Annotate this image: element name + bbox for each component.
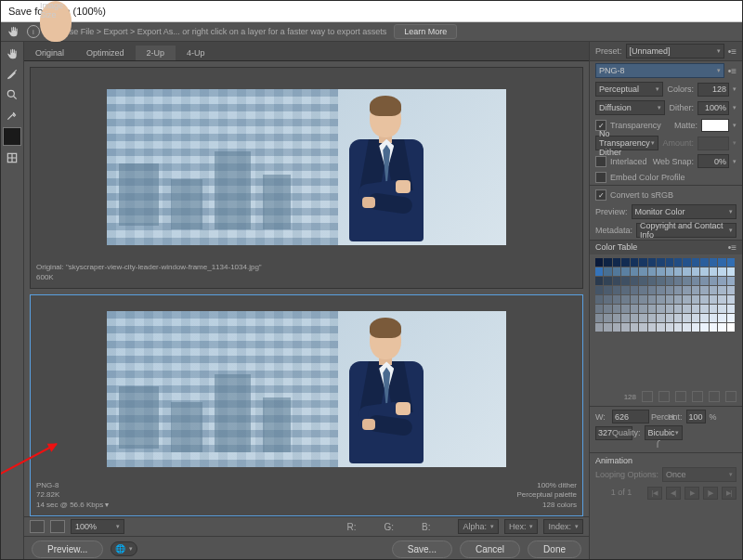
- color-swatch[interactable]: [692, 314, 699, 322]
- ct-lock-icon[interactable]: [692, 391, 703, 402]
- color-swatch[interactable]: [639, 314, 646, 322]
- embed-profile-checkbox[interactable]: [595, 172, 606, 183]
- color-swatch[interactable]: [657, 314, 664, 322]
- metadata-dropdown[interactable]: Copyright and Contact Info▾: [636, 223, 736, 238]
- color-swatch[interactable]: [683, 267, 690, 276]
- color-swatch[interactable]: [718, 267, 725, 276]
- color-swatch[interactable]: [648, 323, 656, 332]
- color-swatch[interactable]: [666, 267, 673, 276]
- alpha-dropdown[interactable]: Alpha:▾: [458, 519, 499, 534]
- color-swatch[interactable]: [613, 277, 620, 285]
- color-swatch[interactable]: [666, 314, 673, 322]
- color-swatch[interactable]: [657, 295, 664, 304]
- color-swatch[interactable]: [692, 267, 699, 276]
- color-swatch[interactable]: [710, 277, 717, 285]
- color-swatch[interactable]: [727, 323, 735, 332]
- color-swatch[interactable]: [639, 277, 646, 285]
- index-dropdown[interactable]: Index:▾: [543, 519, 583, 534]
- color-swatch[interactable]: [657, 305, 664, 313]
- slice-tool-icon[interactable]: [4, 66, 20, 83]
- hand-tool-icon[interactable]: [4, 46, 20, 62]
- preview-button[interactable]: Preview...: [32, 540, 103, 558]
- save-button[interactable]: Save...: [392, 540, 452, 558]
- tab-2up[interactable]: 2-Up: [136, 46, 176, 60]
- color-swatch[interactable]: [613, 305, 620, 313]
- color-swatch[interactable]: [639, 295, 646, 304]
- color-swatch[interactable]: [692, 295, 699, 304]
- color-swatch[interactable]: [700, 314, 708, 322]
- hex-dropdown[interactable]: Hex:▾: [504, 519, 539, 534]
- preset-dropdown[interactable]: [Unnamed]▾: [626, 44, 724, 59]
- color-swatch[interactable]: [674, 314, 682, 322]
- color-swatch[interactable]: [613, 295, 620, 304]
- color-swatch[interactable]: [718, 258, 725, 267]
- transparency-dither-dropdown[interactable]: No Transparency Dither▾: [595, 136, 658, 150]
- color-swatch[interactable]: [683, 277, 690, 285]
- color-swatch[interactable]: [710, 286, 717, 294]
- zoom-dropdown[interactable]: 100%▾: [71, 519, 124, 534]
- color-swatch[interactable]: [718, 323, 725, 332]
- color-swatch[interactable]: [692, 258, 699, 267]
- browser-select-dropdown[interactable]: 🌐▾: [111, 541, 137, 556]
- colors-input[interactable]: 128: [697, 83, 729, 97]
- color-swatch[interactable]: [666, 286, 673, 294]
- color-swatch[interactable]: [631, 305, 638, 313]
- quality-dropdown[interactable]: Bicubic▾: [645, 425, 683, 440]
- color-swatch[interactable]: [683, 286, 690, 294]
- color-swatch[interactable]: [692, 323, 699, 332]
- color-swatch[interactable]: [718, 295, 725, 304]
- color-swatch[interactable]: [604, 258, 611, 267]
- color-swatch[interactable]: [613, 286, 620, 294]
- ct-trash-icon[interactable]: [725, 391, 736, 402]
- color-swatch[interactable]: [666, 258, 673, 267]
- color-swatch[interactable]: [613, 323, 620, 332]
- color-swatch[interactable]: [621, 305, 629, 313]
- color-swatch[interactable]: [674, 295, 682, 304]
- color-swatch[interactable]: [718, 277, 725, 285]
- slice-visibility-icon[interactable]: [4, 150, 20, 166]
- color-swatch[interactable]: [700, 267, 708, 276]
- color-swatch[interactable]: [595, 277, 603, 285]
- ct-icon-2[interactable]: [658, 391, 670, 402]
- color-swatch[interactable]: [648, 277, 656, 285]
- color-swatch[interactable]: [727, 277, 735, 285]
- color-swatch[interactable]: [700, 286, 708, 294]
- preset-menu-icon[interactable]: •≡: [728, 46, 736, 57]
- dither-input[interactable]: 100%: [697, 101, 729, 115]
- color-swatch[interactable]: [710, 305, 717, 313]
- color-swatch[interactable]: [674, 323, 682, 332]
- color-swatch[interactable]: [613, 314, 620, 322]
- cancel-button[interactable]: Cancel: [460, 540, 520, 558]
- color-swatch[interactable]: [710, 267, 717, 276]
- color-swatch[interactable]: [631, 277, 638, 285]
- color-swatch[interactable]: [595, 258, 603, 267]
- color-swatch[interactable]: [621, 258, 629, 267]
- color-swatch[interactable]: [727, 258, 735, 267]
- color-table-grid[interactable]: [595, 258, 735, 332]
- color-swatch[interactable]: [648, 286, 656, 294]
- ct-icon-1[interactable]: [642, 391, 653, 402]
- color-swatch[interactable]: [666, 277, 673, 285]
- learn-more-button[interactable]: Learn More: [394, 24, 457, 39]
- tab-optimized[interactable]: Optimized: [75, 46, 136, 60]
- color-swatch[interactable]: [595, 323, 603, 332]
- color-swatch[interactable]: [648, 305, 656, 313]
- color-swatch[interactable]: [621, 267, 629, 276]
- format-dropdown[interactable]: PNG-8▾: [595, 63, 724, 78]
- color-swatch[interactable]: [631, 267, 638, 276]
- color-swatch[interactable]: [595, 305, 603, 313]
- color-swatch[interactable]: [710, 314, 717, 322]
- browser-preview-icon[interactable]: [50, 520, 65, 533]
- color-swatch[interactable]: [710, 258, 717, 267]
- color-swatch[interactable]: [683, 305, 690, 313]
- color-swatch[interactable]: [648, 314, 656, 322]
- color-swatch[interactable]: [639, 286, 646, 294]
- color-swatch[interactable]: [604, 305, 611, 313]
- color-swatch[interactable]: [727, 314, 735, 322]
- color-swatch[interactable]: [727, 286, 735, 294]
- color-swatch[interactable]: [683, 314, 690, 322]
- color-swatch[interactable]: [674, 305, 682, 313]
- ct-new-icon[interactable]: [709, 391, 720, 402]
- color-swatch[interactable]: [666, 323, 673, 332]
- color-swatch[interactable]: [613, 267, 620, 276]
